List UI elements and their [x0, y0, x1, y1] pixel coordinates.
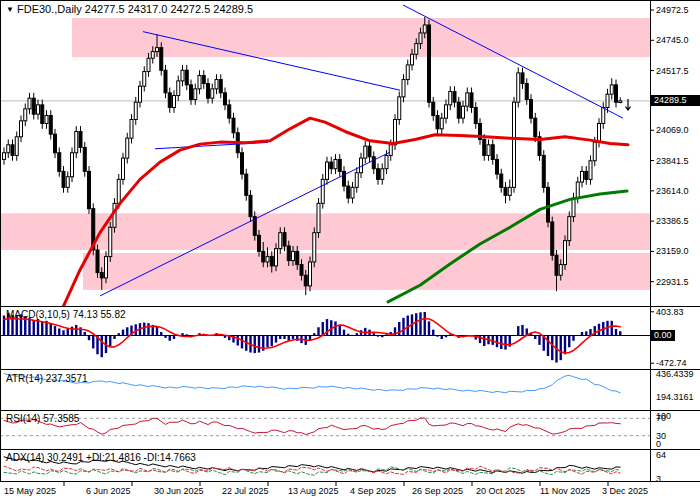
candle-bearish — [296, 251, 299, 264]
candle-bullish — [130, 119, 133, 138]
candle-bearish — [168, 93, 171, 108]
candle-bearish — [436, 115, 439, 128]
candle-bullish — [143, 72, 146, 87]
candle-bearish — [160, 48, 163, 71]
adx-label: ADX(14) 30.2491 +DI:21.4816 -DI:14.7663 — [6, 452, 196, 464]
candle-bullish — [487, 145, 490, 156]
candle-bearish — [190, 85, 193, 100]
candle-bullish — [275, 249, 278, 266]
candle-bearish — [551, 222, 554, 255]
candle-bullish — [292, 251, 295, 260]
time-axis-label: 15 May 2025 — [4, 486, 56, 497]
candle-bullish — [364, 146, 367, 158]
candle-bullish — [581, 171, 584, 182]
candle-bullish — [415, 44, 418, 55]
candle-bullish — [321, 179, 324, 203]
candle-bearish — [270, 257, 273, 266]
candle-bullish — [406, 65, 409, 80]
time-axis-label: 3 Dec 2025 — [602, 486, 648, 497]
candle-bearish — [232, 118, 235, 133]
ohlc-values: 24277.5 24317.0 24272.5 24289.5 — [85, 3, 253, 15]
time-axis-label: 11 Nov 2025 — [540, 486, 590, 497]
rsi-axis-label: 0 — [656, 439, 661, 450]
candle-bearish — [496, 159, 499, 174]
candle-bullish — [568, 217, 571, 241]
candle-bullish — [576, 182, 579, 198]
candle-bearish — [500, 174, 503, 187]
candle-bearish — [534, 118, 537, 137]
macd-axis-label: 403.83 — [656, 307, 684, 318]
candle-bearish — [287, 246, 290, 261]
candle-bullish — [593, 142, 596, 161]
mt4-chart-window: ▼ FDE30.,Daily 24277.5 24317.0 24272.5 2… — [0, 0, 700, 500]
current-price-tag: 24289.5 — [651, 95, 700, 106]
candle-bearish — [483, 139, 486, 155]
candle-bullish — [517, 73, 520, 102]
time-axis-label: 13 Aug 2025 — [288, 486, 339, 497]
candle-bullish — [105, 257, 108, 278]
candle-bullish — [572, 198, 575, 217]
price-axis-label: 23386.5 — [656, 216, 689, 227]
candle-bullish — [313, 233, 316, 262]
candle-bearish — [228, 105, 231, 118]
candle-bearish — [525, 84, 528, 100]
candle-bearish — [241, 153, 244, 174]
candle-bearish — [185, 70, 188, 85]
candle-bearish — [372, 157, 375, 169]
candle-bearish — [453, 92, 456, 103]
candle-bearish — [474, 108, 477, 124]
atr-label: ATR(14) 237.3571 — [6, 373, 88, 385]
chart-title: ▼ FDE30.,Daily 24277.5 24317.0 24272.5 2… — [6, 3, 253, 15]
candle-bearish — [470, 93, 473, 108]
rsi-panel[interactable] — [0, 418, 650, 436]
candle-bullish — [75, 131, 78, 152]
candle-bullish — [513, 102, 516, 187]
time-axis-label: 4 Sep 2025 — [350, 486, 396, 497]
candle-bullish — [564, 241, 567, 265]
candle-bullish — [147, 58, 150, 71]
candle-bullish — [606, 94, 609, 107]
candle-bullish — [117, 179, 120, 203]
candle-bullish — [559, 265, 562, 276]
candle-bullish — [423, 25, 426, 33]
candle-bullish — [194, 89, 197, 100]
candle-bullish — [139, 86, 142, 102]
candle-bullish — [309, 262, 312, 286]
candle-bullish — [398, 97, 401, 120]
symbol-dropdown-icon[interactable]: ▼ — [6, 5, 14, 14]
candle-bearish — [615, 85, 618, 102]
adx-plus-di-line — [4, 467, 620, 475]
candle-bullish — [411, 54, 414, 65]
candle-bullish — [508, 187, 511, 195]
candle-bearish — [54, 134, 57, 153]
price-axis-label: 22931.5 — [656, 277, 689, 288]
price-axis-label: 23614.0 — [656, 186, 689, 197]
candle-bullish — [619, 101, 622, 103]
candle-bearish — [377, 169, 380, 180]
candle-bearish — [555, 255, 558, 275]
candle-bullish — [177, 81, 180, 96]
candle-bearish — [428, 25, 431, 102]
candle-bearish — [49, 115, 52, 134]
candle-bearish — [542, 155, 545, 187]
candle-bullish — [173, 96, 176, 108]
candle-bullish — [445, 105, 448, 118]
candle-bullish — [211, 89, 214, 98]
candle-bullish — [24, 109, 27, 121]
candle-bearish — [41, 105, 44, 124]
candle-bearish — [58, 153, 61, 172]
candle-bullish — [381, 169, 384, 180]
candle-bearish — [530, 100, 533, 119]
candle-bearish — [100, 273, 103, 278]
main-price-panel[interactable] — [0, 5, 650, 307]
candle-bearish — [330, 162, 333, 169]
atr-panel[interactable] — [4, 374, 620, 393]
time-axis-label: 6 Jun 2025 — [86, 486, 131, 497]
candle-bearish — [207, 84, 210, 99]
adx-axis-label: 3 — [656, 474, 661, 485]
chart-canvas[interactable] — [0, 0, 700, 500]
candle-bullish — [122, 158, 125, 179]
candle-bullish — [394, 119, 397, 144]
candle-bearish — [245, 174, 248, 195]
candle-bearish — [300, 265, 303, 276]
